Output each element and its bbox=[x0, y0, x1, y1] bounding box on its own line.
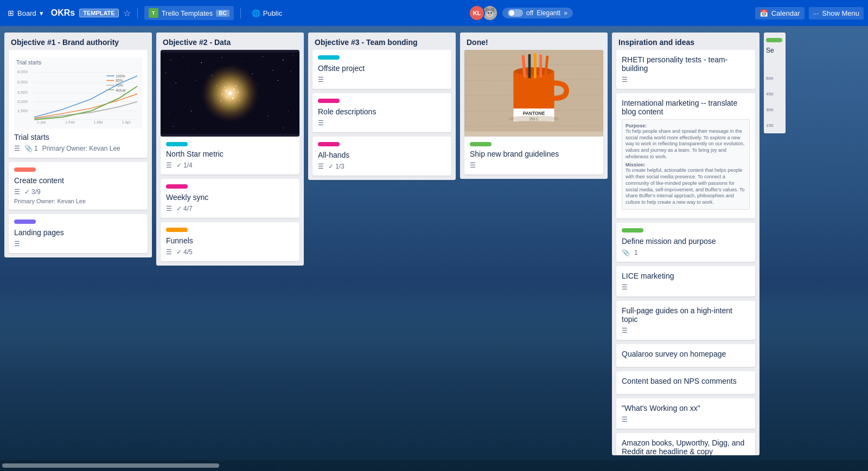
column-cards-1: Trial starts 8,000 6,000 4,500 3,000 1,5… bbox=[4, 50, 152, 257]
svg-rect-84 bbox=[528, 54, 531, 79]
card-rheti[interactable]: RHETI personality tests - team-building … bbox=[616, 50, 755, 89]
desc-icon-5: ☰ bbox=[166, 248, 172, 256]
svg-text:1-Mar: 1-Mar bbox=[94, 120, 104, 124]
svg-point-69 bbox=[194, 128, 194, 129]
purpose-label: Purpose: bbox=[626, 123, 746, 128]
column-title-5: Inspiration and ideas bbox=[618, 38, 694, 47]
card-nps[interactable]: Content based on NPS comments bbox=[616, 371, 755, 394]
svg-point-39 bbox=[165, 73, 166, 73]
checklist-count: 3/9 bbox=[31, 188, 41, 196]
calendar-button[interactable]: 📅 Calendar bbox=[755, 7, 805, 20]
card-role-desc-title: Role descriptions bbox=[318, 107, 446, 116]
external-icon: » bbox=[564, 9, 567, 17]
desc-icon-13: ☰ bbox=[622, 416, 628, 423]
scrollbar-thumb[interactable] bbox=[2, 463, 219, 468]
column-data: Objective #2 - Data bbox=[156, 33, 304, 266]
show-menu-button[interactable]: ··· Show Menu bbox=[809, 7, 864, 20]
elegantt-toggle[interactable]: off Elegantt » bbox=[502, 8, 573, 18]
card-lice-marketing[interactable]: LICE marketing ☰ bbox=[616, 266, 755, 296]
divider2 bbox=[240, 8, 241, 18]
card-owner: Primary Owner: Kevan Lee bbox=[14, 198, 142, 204]
card-nps-title: Content based on NPS comments bbox=[622, 377, 750, 385]
card-label-magenta-2 bbox=[318, 99, 340, 103]
card-fullpage-guides[interactable]: Full-page guides on a high-intent topic … bbox=[616, 301, 755, 340]
paperclip-icon-2: 📎 bbox=[622, 249, 630, 256]
card-role-desc[interactable]: Role descriptions ☰ bbox=[312, 93, 451, 132]
chart-wrapper: Trial starts 8,000 6,000 4,500 3,000 1,5… bbox=[14, 57, 142, 128]
svg-text:1-Feb: 1-Feb bbox=[65, 120, 75, 124]
card-whats-working[interactable]: "What's Working on xx" ☰ bbox=[616, 398, 755, 429]
column-inspiration: Inspiration and ideas RHETI personality … bbox=[612, 33, 760, 455]
workspace-button[interactable]: T Trello Templates BC bbox=[144, 6, 234, 20]
card-amazon[interactable]: Amazon books, Upworthy, Digg, and Reddit… bbox=[616, 433, 755, 455]
card-all-hands-meta: ☰ ✓ 1/3 bbox=[318, 163, 446, 170]
checklist-allhands: ✓ 1/3 bbox=[328, 163, 344, 170]
svg-text:85%: 85% bbox=[116, 79, 123, 82]
primary-owner-label: Primary Owner: Kevan Lee bbox=[42, 145, 120, 152]
card-brand-guidelines[interactable]: PANTONE 159 C Ship new brand guide bbox=[464, 50, 603, 175]
column-header-2: Objective #2 - Data bbox=[156, 33, 304, 50]
svg-point-64 bbox=[168, 113, 169, 114]
card-trial-starts-title: Trial starts bbox=[14, 133, 142, 141]
card-create-content[interactable]: Create content ☰ ✓ 3/9 Primary Owner: Ke… bbox=[9, 162, 148, 210]
board-nav-button[interactable]: ⊞ Board ▾ bbox=[4, 7, 47, 20]
horizontal-scrollbar[interactable] bbox=[0, 460, 868, 471]
card-funnels-title: Funnels bbox=[166, 236, 294, 245]
desc-icon-11: ☰ bbox=[622, 283, 628, 291]
svg-point-53 bbox=[228, 92, 232, 95]
svg-point-71 bbox=[296, 125, 296, 125]
column-cards-5: RHETI personality tests - team-building … bbox=[612, 50, 760, 455]
card-north-star[interactable]: North Star metric ☰ ✓ 1/4 bbox=[161, 50, 299, 175]
card-brand-guidelines-title: Ship new brand guidelines bbox=[470, 150, 598, 158]
svg-point-60 bbox=[224, 87, 225, 88]
visibility-button[interactable]: 🌐 Public bbox=[247, 7, 286, 20]
svg-point-66 bbox=[267, 116, 268, 117]
svg-point-44 bbox=[272, 70, 273, 70]
card-label-orange bbox=[166, 228, 188, 232]
card-define-mission-meta: 📎 1 bbox=[622, 249, 750, 256]
card-weekly-sync[interactable]: Weekly sync ☰ ✓ 4/7 bbox=[161, 179, 299, 218]
card-trial-starts[interactable]: Trial starts 8,000 6,000 4,500 3,000 1,5… bbox=[9, 50, 148, 158]
show-menu-label: Show Menu bbox=[822, 9, 859, 17]
card-label-green-2 bbox=[622, 228, 643, 233]
card-qualaroo[interactable]: Qualaroo survey on homepage bbox=[616, 344, 755, 367]
desc-icon-7: ☰ bbox=[318, 119, 324, 127]
desc-icon-6: ☰ bbox=[318, 76, 324, 83]
avatar-group: KL bbox=[469, 5, 498, 21]
svg-point-88 bbox=[508, 115, 559, 121]
card-rheti-title: RHETI personality tests - team-building bbox=[622, 55, 750, 73]
svg-text:1-Apr: 1-Apr bbox=[122, 120, 131, 125]
card-define-mission[interactable]: Define mission and purpose 📎 1 bbox=[616, 223, 755, 262]
header-right: 📅 Calendar ··· Show Menu bbox=[755, 7, 864, 20]
star-icon[interactable]: ☆ bbox=[123, 8, 131, 18]
card-intl-marketing[interactable]: International marketing -- translate blo… bbox=[616, 93, 755, 218]
svg-text:4,500: 4,500 bbox=[17, 90, 28, 95]
svg-text:1,500: 1,500 bbox=[17, 108, 28, 113]
svg-point-36 bbox=[263, 56, 263, 57]
svg-text:6,000: 6,000 bbox=[17, 80, 28, 85]
svg-point-4 bbox=[488, 12, 489, 14]
column-title-2: Objective #2 - Data bbox=[163, 38, 231, 47]
svg-point-6 bbox=[488, 15, 491, 16]
svg-rect-86 bbox=[539, 54, 542, 78]
chart-area: 8,000 6,000 4,500 3,000 1,500 bbox=[16, 67, 140, 126]
card-fullpage-title: Full-page guides on a high-intent topic bbox=[622, 306, 750, 324]
card-funnels[interactable]: Funnels ☰ ✓ 4/5 bbox=[161, 222, 299, 261]
svg-point-62 bbox=[220, 100, 221, 101]
column-cards-3: Offsite project ☰ Role descriptions ☰ Al… bbox=[308, 50, 456, 180]
card-create-content-title: Create content bbox=[14, 176, 142, 185]
svg-point-65 bbox=[191, 111, 192, 111]
svg-point-34 bbox=[221, 57, 222, 58]
card-offsite[interactable]: Offsite project ☰ bbox=[312, 50, 451, 89]
check-icon-4: ✓ bbox=[176, 248, 182, 256]
card-landing-pages-meta: ☰ bbox=[14, 240, 142, 248]
toggle-switch bbox=[508, 9, 523, 17]
svg-point-45 bbox=[291, 72, 291, 72]
column-header-3: Objective #3 - Team bonding bbox=[308, 33, 456, 50]
column-done: Done! bbox=[460, 33, 608, 179]
card-landing-pages[interactable]: Landing pages ☰ bbox=[9, 214, 148, 253]
card-role-desc-meta: ☰ bbox=[318, 119, 446, 127]
board-area: Objective #1 - Brand authority Trial sta… bbox=[0, 26, 868, 460]
user-avatar-kl[interactable]: KL bbox=[469, 5, 485, 21]
card-all-hands[interactable]: All-hands ☰ ✓ 1/3 bbox=[312, 137, 451, 176]
